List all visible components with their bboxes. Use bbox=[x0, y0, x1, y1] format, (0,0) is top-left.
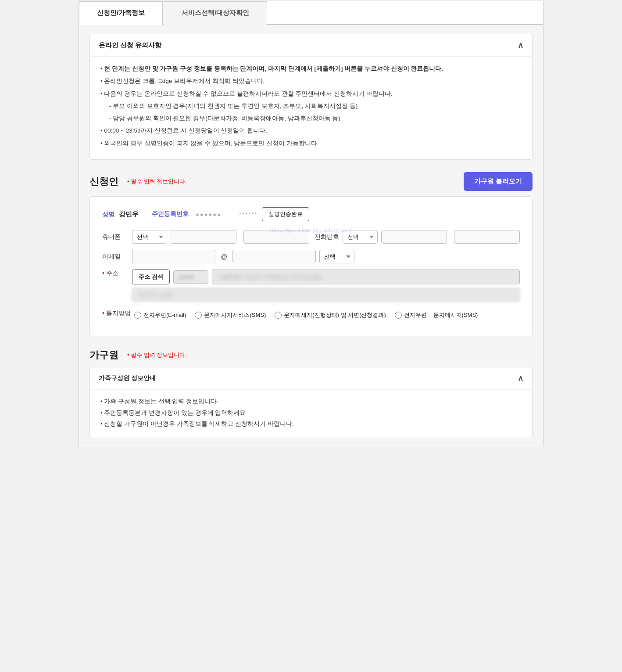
tab-bar: 신청인/가족정보 서비스선택/대상자확인 bbox=[79, 0, 543, 25]
family-info-toggle-icon bbox=[518, 374, 523, 383]
phone-input-2[interactable] bbox=[243, 230, 309, 244]
id-masked: ●●●●●●- ****** bbox=[196, 211, 257, 218]
household-required-note: • 필수 입력 정보입니다. bbox=[127, 351, 187, 359]
tel-input-2[interactable] bbox=[454, 230, 520, 244]
tel-select[interactable]: 선택 bbox=[343, 230, 378, 244]
notice-item-4: - 부모 이외의 보호자인 경우(자녀의 친권자 또는 후견인 보호자, 조부모… bbox=[100, 101, 522, 111]
email-label: 이메일 bbox=[102, 253, 129, 261]
household-title: 가구원 bbox=[89, 349, 118, 362]
family-info-item-3: • 신청할 가구원이 아닌경우 가족정보를 삭제하고 신청하시기 바랍니다. bbox=[100, 418, 522, 430]
phone-select[interactable]: 선택 bbox=[132, 230, 167, 244]
applicant-section-header: 신청인 • 필수 입력 정보입니다. 가구원 불러오기 bbox=[89, 172, 533, 191]
name-value: 강민우 bbox=[119, 210, 139, 218]
notice-item-2: • 온라인신청은 크롬, Edge 브라우저에서 최적화 되었습니다. bbox=[100, 76, 522, 86]
family-info-box: 가족구성원 정보안내 • 가족 구성원 정보는 선택 입력 정보입니다. • 주… bbox=[89, 367, 533, 438]
notif-email-sms-option[interactable]: 전자우편 + 문자메시지(SMS) bbox=[395, 311, 478, 319]
email-domain-input[interactable] bbox=[232, 250, 316, 263]
identity-row: 성명 강민우 주민등록번호 ●●●●●●- ****** 실명인증완료 bbox=[102, 207, 520, 221]
notice-item-7: • 외국인의 경우 실명인증이 되지 않을 수 있으며, 방문으로만 신청이 가… bbox=[100, 138, 522, 149]
tab-service-select[interactable]: 서비스선택/대상자확인 bbox=[164, 1, 267, 25]
notif-email-sms-radio[interactable] bbox=[395, 312, 402, 319]
tel-label: 전화번호 bbox=[313, 233, 339, 241]
notice-body: • 현 단계는 신청인 및 가구원 구성 정보를 등록하는 단계이며, 마지막 … bbox=[90, 56, 532, 159]
applicant-title: 신청인 bbox=[89, 175, 118, 188]
name-field: 성명 강민우 bbox=[102, 210, 139, 219]
at-symbol: @ bbox=[219, 253, 229, 260]
email-local-input[interactable] bbox=[132, 250, 215, 263]
family-info-header[interactable]: 가족구성원 정보안내 bbox=[90, 367, 532, 389]
notif-sms-radio[interactable] bbox=[195, 312, 202, 319]
email-row: 이메일 @ 선택 bbox=[102, 250, 520, 263]
address-row: 주소 주소 검색 12345 서울특별시 강남구 테헤란로 123 (역삼동) bbox=[102, 270, 520, 302]
address-detail-input[interactable] bbox=[132, 288, 520, 302]
address-section: 주소 검색 12345 서울특별시 강남구 테헤란로 123 (역삼동) bbox=[132, 270, 520, 302]
family-info-item-1: • 가족 구성원 정보는 선택 입력 정보입니다. bbox=[100, 396, 522, 407]
email-domain-select[interactable]: 선택 bbox=[319, 250, 354, 263]
call-member-button[interactable]: 가구원 불러오기 bbox=[464, 172, 533, 191]
notice-title: 온라인 신청 유의사항 bbox=[99, 41, 161, 50]
phone-label: 휴대폰 bbox=[102, 233, 129, 241]
address-row1: 주소 검색 12345 서울특별시 강남구 테헤란로 123 (역삼동) bbox=[132, 270, 520, 284]
verify-button[interactable]: 실명인증완료 bbox=[262, 207, 309, 221]
applicant-form-card: 성명 강민우 주민등록번호 ●●●●●●- ****** 실명인증완료 http… bbox=[89, 196, 533, 336]
family-info-title: 가족구성원 정보안내 bbox=[99, 374, 156, 382]
address-label: 주소 bbox=[102, 270, 129, 277]
notice-item-3: • 다음의 경우는 온라인으로 신청하실 수 없으므로 불편하시더라도 관할 주… bbox=[100, 89, 522, 99]
notif-sms-letter-radio[interactable] bbox=[275, 312, 282, 319]
notif-email-sms-label: 전자우편 + 문자메시지(SMS) bbox=[404, 311, 478, 319]
id-label: 주민등록번호 bbox=[152, 210, 189, 218]
phone-input-1[interactable] bbox=[171, 230, 236, 244]
address-zipcode: 12345 bbox=[173, 270, 208, 284]
notice-toggle-icon bbox=[518, 40, 523, 50]
applicant-required-note: • 필수 입력 정보입니다. bbox=[127, 178, 187, 186]
notification-label: 통지방법 bbox=[102, 309, 131, 317]
phone-row: 휴대폰 선택 전화번호 선택 bbox=[102, 230, 520, 244]
notif-sms-option[interactable]: 문자메시지서비스(SMS) bbox=[195, 311, 266, 319]
household-section: 가구원 • 필수 입력 정보입니다. 가족구성원 정보안내 • 가족 구성원 정… bbox=[89, 349, 533, 438]
notif-sms-label: 문자메시지서비스(SMS) bbox=[204, 311, 266, 319]
household-section-header: 가구원 • 필수 입력 정보입니다. bbox=[89, 349, 533, 362]
notif-email-label: 전자우편(E-mail) bbox=[143, 311, 186, 319]
notif-email-radio[interactable] bbox=[134, 312, 141, 319]
family-info-item-2: • 주민등록등본과 변경사항이 있는 경우에 입력하세요 bbox=[100, 407, 522, 419]
tel-input-1[interactable] bbox=[381, 230, 447, 244]
identity-wrapper: 성명 강민우 주민등록번호 ●●●●●●- ****** 실명인증완료 http… bbox=[102, 207, 520, 221]
notification-options: 전자우편(E-mail) 문자메시지서비스(SMS) 문자메세지(진행상태) 및… bbox=[134, 311, 478, 319]
address-full: 서울특별시 강남구 테헤란로 123 (역삼동) bbox=[212, 270, 520, 284]
address-search-button[interactable]: 주소 검색 bbox=[132, 270, 170, 284]
notif-sms-letter-label: 문자메세지(진행상태) 및 서면(신청결과) bbox=[284, 311, 386, 319]
notice-item-6: • 00:00 ~ 23:59까지 신청완료 시 신청당일이 신청일이 됩니다. bbox=[100, 126, 522, 136]
notice-header[interactable]: 온라인 신청 유의사항 bbox=[90, 34, 532, 56]
tab-applicant-family[interactable]: 신청인/가족정보 bbox=[79, 1, 163, 25]
id-number-area: 주민등록번호 ●●●●●●- ****** 실명인증완료 bbox=[152, 207, 309, 221]
notif-sms-letter-option[interactable]: 문자메세지(진행상태) 및 서면(신청결과) bbox=[275, 311, 386, 319]
family-info-body: • 가족 구성원 정보는 선택 입력 정보입니다. • 주민등록등본과 변경사항… bbox=[90, 389, 532, 438]
notice-item-1: • 현 단계는 신청인 및 가구원 구성 정보를 등록하는 단계이며, 마지막 … bbox=[100, 64, 522, 74]
notification-row: 통지방법 전자우편(E-mail) 문자메시지서비스(SMS) 문자메세지(진행… bbox=[102, 308, 520, 319]
address-row2 bbox=[132, 288, 520, 302]
notif-email-option[interactable]: 전자우편(E-mail) bbox=[134, 311, 186, 319]
notice-item-5: - 담당 공무원의 확인이 필요한 경우(다문화가정, 비등록장애아동, 방과후… bbox=[100, 113, 522, 124]
notice-box: 온라인 신청 유의사항 • 현 단계는 신청인 및 가구원 구성 정보를 등록하… bbox=[89, 34, 533, 160]
name-label: 성명 bbox=[102, 211, 114, 218]
